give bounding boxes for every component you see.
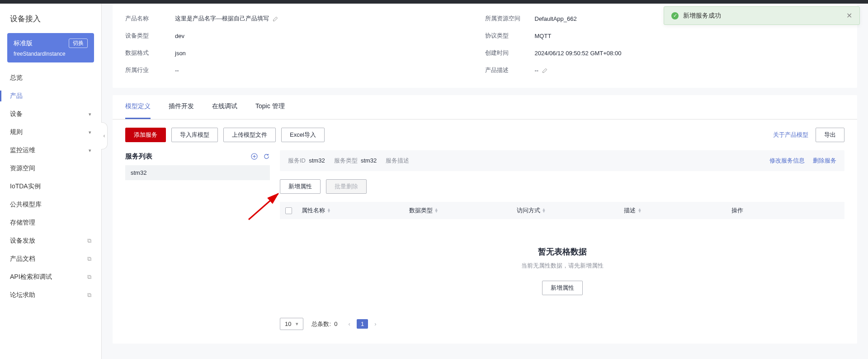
- external-link-icon: ⧉: [87, 273, 91, 281]
- info-label: 产品名称: [125, 14, 175, 23]
- nav-item-label: 资源空间: [10, 164, 35, 172]
- sort-icon: ▲▼: [434, 208, 439, 213]
- close-icon[interactable]: ✕: [846, 11, 852, 20]
- tab-0[interactable]: 模型定义: [125, 95, 151, 119]
- nav-item-label: 设备发放: [10, 237, 35, 245]
- external-link-icon: ⧉: [87, 255, 91, 263]
- success-toast: ✓ 新增服务成功 ✕: [664, 6, 860, 25]
- column-data-type[interactable]: 数据类型▲▼: [409, 206, 517, 215]
- edit-icon[interactable]: [273, 16, 278, 22]
- tab-3[interactable]: Topic 管理: [255, 95, 285, 119]
- column-attr-name[interactable]: 属性名称▲▼: [302, 206, 409, 215]
- sidebar-title: 设备接入: [0, 4, 101, 33]
- empty-state: 暂无表格数据 当前无属性数据，请先新增属性 新增属性: [280, 219, 844, 313]
- refresh-icon[interactable]: [263, 153, 270, 160]
- nav-item-label: 公共模型库: [10, 201, 42, 209]
- sort-icon: ▲▼: [327, 208, 331, 213]
- nav-item-label: 监控运维: [10, 146, 35, 154]
- toast-message: 新增服务成功: [683, 12, 721, 20]
- info-label: 数据格式: [125, 49, 175, 57]
- nav-item-5[interactable]: 资源空间: [0, 159, 101, 177]
- tab-2[interactable]: 在线调试: [212, 95, 237, 119]
- batch-delete-button: 批量删除: [326, 179, 367, 194]
- page-size-select[interactable]: 10▾: [280, 318, 303, 330]
- sidebar-collapse-handle[interactable]: [101, 122, 108, 149]
- info-value: --: [535, 66, 548, 74]
- empty-title: 暂无表格数据: [280, 246, 844, 257]
- service-type-value: stm32: [361, 157, 377, 164]
- excel-import-button[interactable]: Excel导入: [281, 128, 325, 142]
- prev-page-button[interactable]: ‹: [346, 319, 353, 329]
- nav-item-0[interactable]: 总览: [0, 69, 101, 87]
- info-row: 数据格式json: [125, 49, 485, 57]
- nav-item-7[interactable]: 公共模型库: [0, 196, 101, 214]
- info-row: 产品描述--: [485, 66, 845, 74]
- add-service-button[interactable]: 添加服务: [125, 128, 166, 142]
- total-count-label: 总条数: 0: [311, 320, 337, 328]
- instance-type: 标准版: [14, 39, 33, 48]
- nav-item-12[interactable]: 论坛求助⧉: [0, 286, 101, 304]
- info-row: 设备类型dev: [125, 32, 485, 40]
- pagination: 10▾ 总条数: 0 ‹ 1 ›: [280, 313, 844, 335]
- service-list-panel: 服务列表 stm32: [125, 150, 270, 335]
- nav-item-4[interactable]: 监控运维▾: [0, 141, 101, 159]
- upload-model-file-button[interactable]: 上传模型文件: [223, 128, 276, 142]
- info-label: 设备类型: [125, 32, 175, 40]
- sort-icon: ▲▼: [637, 208, 642, 213]
- info-value: MQTT: [535, 32, 552, 40]
- info-value: --: [175, 66, 179, 74]
- service-detail-panel: 服务ID stm32 服务类型 stm32 服务描述 修改服务信息 删除服务 新…: [280, 150, 844, 335]
- nav-item-2[interactable]: 设备▾: [0, 105, 101, 123]
- chevron-down-icon: ▾: [89, 148, 91, 153]
- service-item[interactable]: stm32: [125, 165, 270, 180]
- switch-instance-button[interactable]: 切换: [69, 38, 88, 48]
- nav-item-label: 总览: [10, 74, 23, 82]
- column-desc[interactable]: 描述▲▼: [624, 206, 731, 215]
- external-link-icon: ⧉: [87, 292, 91, 299]
- nav-item-11[interactable]: API检索和调试⧉: [0, 268, 101, 286]
- nav-item-label: 论坛求助: [10, 291, 35, 299]
- info-value: 这里是产品名字---根据自己产品填写: [175, 14, 278, 23]
- external-link-icon: ⧉: [87, 237, 91, 244]
- service-desc-label: 服务描述: [386, 157, 409, 164]
- chevron-down-icon: ▾: [89, 111, 91, 117]
- column-access[interactable]: 访问方式▲▼: [517, 206, 624, 215]
- next-page-button[interactable]: ›: [372, 319, 379, 329]
- add-service-icon[interactable]: [251, 153, 258, 160]
- info-label: 所属资源空间: [485, 14, 535, 23]
- about-product-model-link[interactable]: 关于产品模型: [773, 131, 808, 139]
- import-lib-model-button[interactable]: 导入库模型: [171, 128, 218, 142]
- info-label: 创建时间: [485, 49, 535, 57]
- export-button[interactable]: 导出: [816, 128, 844, 142]
- info-label: 产品描述: [485, 66, 535, 74]
- attribute-table-header: 属性名称▲▼ 数据类型▲▼ 访问方式▲▼ 描述▲▼ 操作: [280, 202, 844, 219]
- info-row: 协议类型MQTT: [485, 32, 845, 40]
- empty-add-attribute-button[interactable]: 新增属性: [542, 281, 583, 295]
- nav-item-label: 规则: [10, 128, 23, 136]
- model-card: 模型定义插件开发在线调试Topic 管理 添加服务 导入库模型 上传模型文件 E…: [113, 95, 857, 344]
- instance-name: freeStandardInstance: [14, 51, 88, 57]
- service-list-title: 服务列表: [125, 152, 152, 161]
- nav-item-3[interactable]: 规则▾: [0, 123, 101, 141]
- page-number[interactable]: 1: [357, 319, 368, 329]
- service-id-label: 服务ID: [288, 157, 306, 164]
- nav-item-9[interactable]: 设备发放⧉: [0, 232, 101, 250]
- info-row: 所属行业--: [125, 66, 485, 74]
- info-value: dev: [175, 32, 184, 40]
- delete-service-link[interactable]: 删除服务: [813, 157, 836, 165]
- select-all-checkbox[interactable]: [285, 207, 292, 214]
- tab-1[interactable]: 插件开发: [169, 95, 194, 119]
- tabs: 模型定义插件开发在线调试Topic 管理: [113, 95, 857, 120]
- add-attribute-button[interactable]: 新增属性: [280, 179, 321, 194]
- info-label: 所属行业: [125, 66, 175, 74]
- nav-item-6[interactable]: IoTDA实例: [0, 177, 101, 196]
- edit-icon[interactable]: [542, 67, 548, 73]
- modify-service-link[interactable]: 修改服务信息: [769, 157, 805, 165]
- info-row: 产品名称这里是产品名字---根据自己产品填写: [125, 14, 485, 23]
- nav-item-label: 设备: [10, 110, 23, 118]
- service-type-label: 服务类型: [334, 157, 358, 164]
- empty-desc: 当前无属性数据，请先新增属性: [280, 262, 844, 270]
- nav-item-8[interactable]: 存储管理: [0, 214, 101, 232]
- nav-item-1[interactable]: 产品: [0, 87, 101, 105]
- nav-item-10[interactable]: 产品文档⧉: [0, 250, 101, 268]
